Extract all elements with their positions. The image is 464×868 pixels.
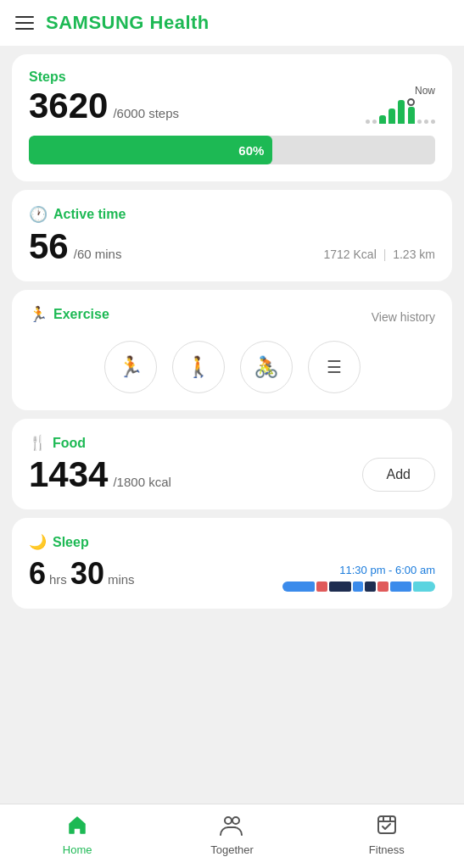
sleep-seg-6 (377, 581, 389, 592)
kcal-value: 1712 Kcal (323, 248, 376, 261)
dot-5 (431, 120, 435, 124)
home-icon (65, 813, 89, 840)
home-label: Home (63, 843, 92, 856)
add-food-button[interactable]: Add (362, 458, 435, 492)
sleep-value: 6 hrs 30 mins (29, 556, 135, 592)
running-button[interactable]: 🏃 (104, 341, 157, 393)
separator: | (383, 248, 387, 261)
dot-1 (366, 120, 370, 124)
sleep-hrs-unit: hrs (49, 572, 67, 587)
active-time-unit: /60 mins (74, 247, 122, 261)
km-value: 1.23 km (393, 248, 435, 261)
exercise-header: 🏃 Exercise View history (29, 305, 435, 329)
nav-fitness[interactable]: Fitness (353, 813, 421, 856)
progress-bar-container: 60% (29, 136, 435, 164)
together-icon (219, 813, 244, 840)
bar-chart-container (366, 98, 435, 124)
health-text: Health (144, 12, 210, 33)
sleep-title: 🌙 Sleep (29, 533, 435, 551)
sleep-seg-4 (353, 581, 364, 592)
sleep-seg-1 (282, 581, 315, 592)
food-unit: /1800 kcal (113, 475, 171, 489)
food-card: 🍴 Food 1434 /1800 kcal Add (12, 419, 452, 509)
sleep-time-range: 11:30 pm - 6:00 am (282, 564, 435, 576)
dot-4 (424, 120, 428, 124)
clock-icon: 🕐 (29, 205, 48, 224)
sleep-seg-2 (316, 581, 327, 592)
menu-button[interactable] (15, 16, 34, 30)
exercise-label: Exercise (53, 307, 109, 322)
food-value: 1434 (29, 457, 108, 492)
sleep-row: 6 hrs 30 mins 11:30 pm - 6:00 am (29, 556, 435, 592)
sleep-mins: 30 (70, 556, 104, 592)
app-header: SAMSUNG Health (0, 0, 464, 46)
sleep-label: Sleep (53, 535, 89, 550)
app-title: SAMSUNG Health (46, 12, 210, 34)
active-time-label: Active time (53, 207, 126, 222)
moon-icon: 🌙 (29, 533, 47, 551)
bottom-nav: Home Together Fitness (0, 804, 464, 868)
sleep-mins-unit: mins (108, 572, 135, 587)
samsung-text: SAMSUNG (46, 12, 144, 33)
sleep-bar (282, 581, 435, 592)
food-title: 🍴 Food (29, 434, 435, 452)
food-row: 1434 /1800 kcal Add (29, 457, 435, 492)
svg-point-1 (232, 817, 239, 824)
steps-unit: /6000 steps (113, 106, 179, 120)
steps-label: Steps (29, 70, 179, 85)
svg-point-0 (225, 817, 232, 824)
bar-1 (379, 115, 386, 124)
exercise-title: 🏃 Exercise (29, 305, 109, 324)
steps-chart: Now (366, 85, 435, 124)
sleep-hrs: 6 (29, 556, 46, 592)
bar-2 (389, 108, 395, 124)
exercise-icons-row: 🏃 🚶 🚴 ☰ (29, 341, 435, 393)
exercise-card: 🏃 Exercise View history 🏃 🚶 🚴 ☰ (12, 290, 452, 410)
active-time-title: 🕐 Active time (29, 205, 435, 224)
active-time-value: 56 (29, 229, 69, 264)
now-pin (407, 98, 415, 106)
nav-home[interactable]: Home (43, 813, 111, 856)
progress-bar-fill: 60% (29, 136, 272, 164)
active-time-row: 56 /60 mins 1712 Kcal | 1.23 km (29, 229, 435, 264)
svg-rect-2 (378, 816, 395, 833)
together-label: Together (210, 843, 254, 856)
list-button[interactable]: ☰ (308, 341, 361, 393)
view-history-button[interactable]: View history (372, 310, 435, 324)
sleep-seg-7 (390, 581, 412, 592)
food-label: Food (53, 436, 86, 451)
sleep-seg-3 (329, 581, 351, 592)
steps-card: Steps 3620 /6000 steps Now (12, 54, 452, 181)
dot-3 (417, 120, 422, 124)
active-stats: 1712 Kcal | 1.23 km (323, 248, 435, 261)
nav-together[interactable]: Together (198, 813, 266, 856)
sleep-card: 🌙 Sleep 6 hrs 30 mins 11:30 pm - 6:00 am (12, 518, 452, 609)
sleep-seg-5 (365, 581, 376, 592)
steps-value: 3620 (29, 88, 108, 124)
sleep-seg-8 (413, 581, 435, 592)
exercise-icon: 🏃 (29, 305, 48, 324)
dot-2 (372, 120, 377, 124)
walking-button[interactable]: 🚶 (172, 341, 225, 393)
fitness-label: Fitness (369, 843, 405, 856)
bar-3 (398, 100, 405, 124)
now-label: Now (415, 85, 435, 97)
fork-icon: 🍴 (29, 434, 47, 452)
active-time-card: 🕐 Active time 56 /60 mins 1712 Kcal | 1.… (12, 190, 452, 281)
sleep-right: 11:30 pm - 6:00 am (282, 564, 435, 592)
bar-4 (408, 107, 415, 124)
progress-label: 60% (238, 143, 264, 158)
fitness-icon (375, 813, 399, 840)
cycling-button[interactable]: 🚴 (240, 341, 293, 393)
